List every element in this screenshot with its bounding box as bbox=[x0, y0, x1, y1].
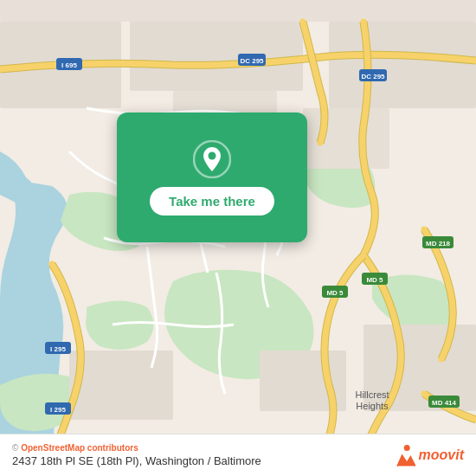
osm-attribution: © OpenStreetMap contributors bbox=[12, 443, 261, 453]
svg-text:DC 295: DC 295 bbox=[361, 73, 385, 80]
svg-text:Heights: Heights bbox=[356, 401, 389, 411]
action-card: Take me there bbox=[117, 113, 307, 242]
svg-rect-5 bbox=[303, 108, 389, 169]
svg-point-31 bbox=[403, 445, 409, 451]
svg-text:MD 218: MD 218 bbox=[426, 240, 451, 248]
location-pin-icon bbox=[193, 140, 231, 178]
svg-text:I 295: I 295 bbox=[50, 345, 66, 353]
svg-text:I 295: I 295 bbox=[50, 406, 66, 414]
svg-text:MD 5: MD 5 bbox=[326, 289, 344, 297]
svg-rect-6 bbox=[69, 351, 173, 420]
moovit-icon bbox=[391, 443, 415, 467]
osm-link[interactable]: OpenStreetMap contributors bbox=[21, 443, 138, 453]
map-container: I 695 DC 295 DC 295 I 295 I 295 MD 218 M… bbox=[0, 0, 476, 476]
bottom-bar: © OpenStreetMap contributors 2437 18th P… bbox=[0, 434, 476, 476]
svg-point-30 bbox=[209, 151, 216, 159]
svg-rect-1 bbox=[130, 22, 303, 91]
svg-rect-2 bbox=[329, 22, 476, 108]
bottom-left-info: © OpenStreetMap contributors 2437 18th P… bbox=[12, 443, 261, 467]
svg-text:MD 5: MD 5 bbox=[366, 276, 383, 284]
svg-text:MD 414: MD 414 bbox=[432, 399, 457, 407]
take-me-there-button[interactable]: Take me there bbox=[150, 187, 274, 215]
moovit-label: moovit bbox=[419, 447, 464, 463]
copyright-symbol: © bbox=[12, 443, 18, 453]
moovit-logo: moovit bbox=[391, 443, 464, 467]
svg-text:Hillcrest: Hillcrest bbox=[355, 389, 389, 400]
svg-text:DC 295: DC 295 bbox=[240, 57, 264, 65]
svg-text:I 695: I 695 bbox=[61, 61, 77, 69]
address-text: 2437 18th Pl SE (18th Pl), Washington / … bbox=[12, 454, 261, 467]
